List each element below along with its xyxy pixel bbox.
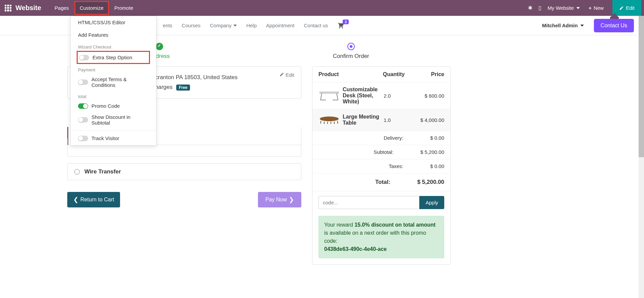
plus-icon: + [589,5,592,11]
svg-rect-6 [320,121,321,124]
new-button[interactable]: + New [586,5,606,11]
svg-rect-8 [327,122,328,124]
user-menu[interactable]: Mitchell Admin [542,23,584,28]
total-label: Total: [318,179,417,186]
reward-code: 0438de63-490c-4e40-ace [324,246,387,252]
step-confirm-label: Confirm Order [333,53,369,60]
product-qty: 2.0 [380,93,407,99]
payment-wire-label: Wire Transfer [84,168,121,175]
chevron-down-icon [580,25,584,27]
nav-company-label: Company [210,23,231,28]
row-total: Total: $ 5,200.00 [312,173,450,191]
website-selector-label: My Website [547,5,574,11]
current-step-icon [347,43,355,50]
radio-wire[interactable] [74,169,80,174]
toggle-track-visitor[interactable]: Track Visitor [71,133,156,144]
toggle-show-discount-label: Show Discount in Subtotal [91,114,149,126]
row-delivery: Delivery: $ 0.00 [312,131,450,145]
order-row: Large Meeting Table 1.0 $ 4,000.00 [312,109,450,131]
toggle-extra-step[interactable]: Extra Step Option [79,55,147,60]
edit-label: Edit [286,72,294,78]
charges-text: harges [155,84,173,90]
pay-now-button[interactable]: Pay Now ❯ [258,192,301,207]
product-qty: 1.0 [380,117,407,123]
topbar-right: ✱ ▯ My Website + New Edit [528,0,641,16]
delivery-label: Delivery: [318,135,430,141]
desk-icon [319,90,339,101]
checkmark-icon [156,43,163,50]
nav-pages[interactable]: Pages [49,1,74,15]
toggle-switch-icon [79,55,89,60]
product-thumb [318,89,340,102]
total-value: $ 5,200.00 [417,179,444,186]
nav-item-contact[interactable]: Contact us [304,23,328,28]
delivery-charges-line: harges Free [155,82,294,92]
nav-item-help[interactable]: Help [246,23,257,28]
nav-item-partial[interactable]: ents [163,23,172,28]
address-line: cranton PA 18503, United States [155,73,294,82]
product-price: $ 4,000.00 [407,117,444,123]
nav-item-courses[interactable]: Courses [182,23,200,28]
reward-bold: 15.0% discount on total amount [354,222,435,228]
reward-mid: is available on a next order with this p… [324,230,426,244]
svg-rect-0 [320,92,339,93]
product-thumb [318,113,340,127]
row-subtotal: Subtotal: $ 5,200.00 [312,145,450,159]
menu-html-editor[interactable]: HTML/CSS/JS Editor [71,16,156,29]
toggle-accept-terms-label: Accept Terms & Conditions [91,76,149,88]
nav-customize[interactable]: Customize [74,1,109,15]
apps-icon[interactable] [5,5,11,11]
cart-badge: 3 [343,20,349,24]
scrollbar-thumb[interactable] [639,16,644,157]
subtotal-label: Subtotal: [318,149,420,155]
chevron-left-icon: ❮ [73,196,78,203]
cart-button[interactable]: 3 [337,22,345,29]
col-quantity: Quantity [380,71,407,77]
contact-us-button[interactable]: Contact Us [594,19,634,32]
table-icon [319,115,339,125]
section-total: total [71,91,156,100]
customize-dropdown: HTML/CSS/JS Editor Add Features Wizard C… [70,16,156,145]
taxes-label: Taxes: [318,163,430,169]
chevron-down-icon [576,7,580,9]
reward-notice: Your reward 15.0% discount on total amou… [318,216,444,258]
taxes-value: $ 0.00 [430,163,444,169]
section-wizard: Wizard Checkout [71,41,156,51]
step-confirm: Confirm Order [333,43,369,60]
menu-add-features[interactable]: Add Features [71,29,156,41]
row-taxes: Taxes: $ 0.00 [312,159,450,173]
toggle-accept-terms[interactable]: Accept Terms & Conditions [71,74,156,91]
toggle-switch-icon [78,79,88,85]
nav-item-appointment[interactable]: Appointment [266,23,294,28]
topbar: Website Pages Customize Promote ✱ ▯ My W… [0,0,644,16]
highlight-extra-step: Extra Step Option [77,51,150,64]
website-selector[interactable]: My Website [547,5,580,11]
scrollbar[interactable] [639,16,644,298]
pencil-icon [279,72,284,77]
toggle-track-visitor-label: Track Visitor [91,135,119,141]
edit-address-link[interactable]: Edit [279,72,294,78]
svg-rect-7 [324,122,325,124]
svg-rect-11 [337,121,338,124]
return-to-cart-button[interactable]: ❮ Return to Cart [67,192,120,207]
toggle-promo-code[interactable]: Promo Code [71,100,156,111]
promo-row: Apply [312,191,450,214]
payment-option-wire[interactable]: Wire Transfer [67,163,301,180]
apply-button[interactable]: Apply [419,196,444,209]
toggle-show-discount[interactable]: Show Discount in Subtotal [71,111,156,128]
promo-input[interactable] [318,196,419,209]
col-product: Product [318,71,380,77]
edit-label: Edit [626,5,635,11]
bug-icon[interactable]: ✱ [528,5,532,11]
order-header: Product Quantity Price [312,67,450,82]
toggle-switch-icon [78,136,88,141]
svg-line-2 [337,93,338,100]
toggle-extra-step-label: Extra Step Option [92,55,132,60]
reward-pre: Your reward [324,222,354,228]
mobile-icon[interactable]: ▯ [538,5,541,11]
svg-rect-10 [334,122,335,124]
nav-promote[interactable]: Promote [109,1,139,15]
product-name: Customizable Desk (Steel, White) [343,87,380,105]
svg-point-5 [320,117,339,121]
nav-item-company[interactable]: Company [210,23,237,28]
